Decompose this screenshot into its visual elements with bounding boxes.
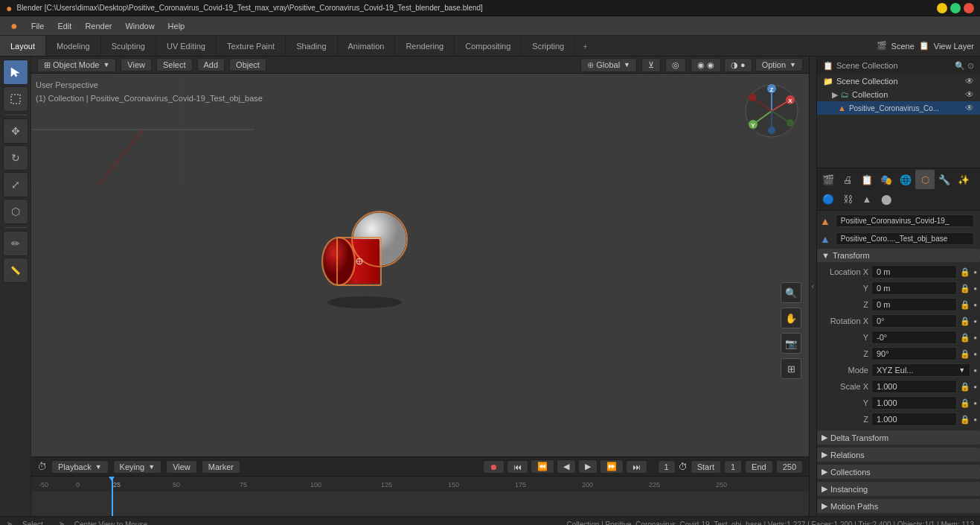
scale-x-value[interactable]: 1.000 bbox=[871, 380, 957, 393]
menu-window[interactable]: Window bbox=[119, 20, 160, 32]
dot-z-icon[interactable]: ● bbox=[973, 302, 977, 308]
prop-data-icon[interactable]: ▲ bbox=[857, 189, 877, 209]
prop-material-icon[interactable]: ⬤ bbox=[877, 189, 896, 209]
location-x-value[interactable]: 0 m bbox=[871, 265, 957, 279]
menu-blender[interactable]: ● bbox=[4, 18, 24, 34]
prop-render-icon[interactable]: 🎬 bbox=[819, 170, 838, 189]
tab-animation[interactable]: Animation bbox=[338, 36, 396, 56]
select-box-tool[interactable] bbox=[3, 86, 28, 112]
transform-dropdown[interactable]: ⊕ Global ▼ bbox=[580, 58, 637, 72]
viewport-canvas[interactable]: User Perspective (1) Collection | Positi… bbox=[31, 74, 809, 456]
scale-tool[interactable]: ⤢ bbox=[3, 172, 28, 197]
lock-x-icon[interactable]: 🔒 bbox=[960, 267, 970, 277]
prop-particles-icon[interactable]: ✨ bbox=[954, 170, 973, 189]
tab-sculpting[interactable]: Sculpting bbox=[101, 36, 156, 56]
dot-x-icon[interactable]: ● bbox=[973, 269, 977, 276]
tab-rendering[interactable]: Rendering bbox=[395, 36, 455, 56]
tab-uv-editing[interactable]: UV Editing bbox=[156, 36, 217, 56]
prop-world-icon[interactable]: 🌐 bbox=[896, 170, 915, 189]
lock-ry-icon[interactable]: 🔒 bbox=[960, 333, 970, 343]
rotation-x-value[interactable]: 0° bbox=[871, 314, 957, 328]
minimize-button[interactable] bbox=[937, 3, 947, 13]
outliner-filter-icon[interactable]: 🔍 bbox=[955, 61, 965, 71]
prop-output-icon[interactable]: 🖨 bbox=[838, 170, 857, 189]
snap-btn[interactable]: ⊻ bbox=[641, 58, 661, 72]
keying-menu[interactable]: Keying ▼ bbox=[113, 460, 162, 474]
start-frame-input[interactable]: 1 bbox=[724, 460, 742, 474]
zoom-btn[interactable]: 🔍 bbox=[781, 282, 801, 303]
eye-icon[interactable]: 👁 bbox=[965, 76, 974, 86]
menu-help[interactable]: Help bbox=[162, 20, 191, 32]
overlay-btn[interactable]: ◉ ◉ bbox=[691, 58, 721, 72]
menu-file[interactable]: File bbox=[25, 20, 51, 32]
dot-sx-icon[interactable]: ● bbox=[973, 384, 977, 390]
outliner-object[interactable]: ▲ Positive_Coronavirus_Co... 👁 bbox=[817, 101, 980, 115]
collections-header[interactable]: ▶ Collections bbox=[817, 465, 980, 479]
dot-sy-icon[interactable]: ● bbox=[973, 400, 977, 407]
measure-tool[interactable]: 📏 bbox=[3, 258, 28, 283]
marker-menu[interactable]: Marker bbox=[202, 460, 240, 474]
dot-rx-icon[interactable]: ● bbox=[973, 318, 977, 325]
lock-rz-icon[interactable]: 🔒 bbox=[960, 349, 970, 359]
play-btn[interactable]: ▶ bbox=[578, 459, 598, 474]
dot-ry-icon[interactable]: ● bbox=[973, 334, 977, 341]
lock-y-icon[interactable]: 🔒 bbox=[960, 284, 970, 293]
rotation-y-value[interactable]: -0° bbox=[871, 331, 957, 344]
select-menu[interactable]: Select bbox=[156, 58, 193, 71]
view-menu[interactable]: View bbox=[121, 58, 152, 71]
shading-btn[interactable]: ◑ ● bbox=[724, 58, 752, 72]
tab-texture-paint[interactable]: Texture Paint bbox=[217, 36, 286, 56]
lock-sx-icon[interactable]: 🔒 bbox=[960, 382, 970, 392]
collection-eye-icon[interactable]: 👁 bbox=[965, 89, 974, 100]
prop-modifier-icon[interactable]: 🔧 bbox=[935, 170, 954, 189]
end-frame-input[interactable]: 250 bbox=[776, 460, 803, 474]
menu-edit[interactable]: Edit bbox=[51, 20, 77, 32]
prop-physics-icon[interactable]: 🔵 bbox=[819, 189, 838, 209]
record-btn[interactable]: ⏺ bbox=[483, 460, 505, 474]
panel-collapse-btn[interactable]: ‹ bbox=[809, 57, 816, 516]
current-frame-input[interactable]: 1 bbox=[658, 460, 676, 474]
pan-btn[interactable]: ✋ bbox=[781, 308, 801, 328]
perspective-btn[interactable]: ⊞ bbox=[781, 358, 801, 379]
outliner-collection[interactable]: ▶ 🗂 Collection 👁 bbox=[826, 88, 980, 101]
relations-header[interactable]: ▶ Relations bbox=[817, 448, 980, 462]
location-z-value[interactable]: 0 m bbox=[871, 298, 957, 311]
dot-y-icon[interactable]: ● bbox=[973, 285, 977, 292]
menu-render[interactable]: Render bbox=[79, 20, 118, 32]
prop-constraints-icon[interactable]: ⛓ bbox=[838, 189, 857, 209]
tab-layout[interactable]: Layout bbox=[0, 36, 46, 56]
lock-sz-icon[interactable]: 🔒 bbox=[960, 415, 970, 424]
jump-start-btn[interactable]: ⏮ bbox=[507, 460, 528, 474]
rotation-z-value[interactable]: 90° bbox=[871, 347, 957, 360]
close-button[interactable] bbox=[964, 3, 974, 13]
outliner-scene-collection[interactable]: 📁 Scene Collection 👁 bbox=[817, 74, 980, 88]
prev-frame-btn[interactable]: ⏪ bbox=[531, 459, 554, 474]
outliner-options-icon[interactable]: ⊙ bbox=[967, 61, 974, 71]
tab-add[interactable]: + bbox=[575, 36, 595, 56]
timeline-view-menu[interactable]: View bbox=[166, 460, 197, 474]
prop-object-icon[interactable]: ⬡ bbox=[915, 170, 935, 189]
prop-scene-icon[interactable]: 🎭 bbox=[877, 170, 896, 189]
instancing-header[interactable]: ▶ Instancing bbox=[817, 482, 980, 496]
annotate-tool[interactable]: ✏ bbox=[3, 231, 28, 256]
dot-sz-icon[interactable]: ● bbox=[973, 416, 977, 423]
mesh-name-field[interactable]: Positive_Coro...._Test_obj_base bbox=[836, 232, 974, 245]
tab-shading[interactable]: Shading bbox=[286, 36, 337, 56]
prop-view-layer-icon[interactable]: 📋 bbox=[857, 170, 877, 189]
dot-mode-icon[interactable]: ● bbox=[973, 367, 977, 374]
play-reverse-btn[interactable]: ◀ bbox=[557, 459, 576, 474]
proportional-btn[interactable]: ◎ bbox=[665, 58, 686, 72]
options-btn[interactable]: Option ▼ bbox=[755, 58, 803, 71]
tab-scripting[interactable]: Scripting bbox=[522, 36, 575, 56]
dot-rz-icon[interactable]: ● bbox=[973, 351, 977, 357]
jump-end-btn[interactable]: ⏭ bbox=[626, 460, 647, 474]
timeline-ruler[interactable]: -50 0 25 50 75 100 125 150 175 200 225 2… bbox=[31, 477, 809, 516]
object-menu[interactable]: Object bbox=[229, 58, 266, 71]
location-y-value[interactable]: 0 m bbox=[871, 281, 957, 295]
move-tool[interactable]: ✥ bbox=[3, 118, 28, 144]
object-name-field[interactable]: Positive_Coronavirus_Covid-19_ bbox=[836, 214, 974, 227]
lock-sy-icon[interactable]: 🔒 bbox=[960, 398, 970, 408]
rotate-tool[interactable]: ↻ bbox=[3, 145, 28, 171]
rotation-mode-value[interactable]: XYZ Eul... ▼ bbox=[871, 363, 970, 377]
next-frame-btn[interactable]: ⏩ bbox=[600, 459, 624, 474]
